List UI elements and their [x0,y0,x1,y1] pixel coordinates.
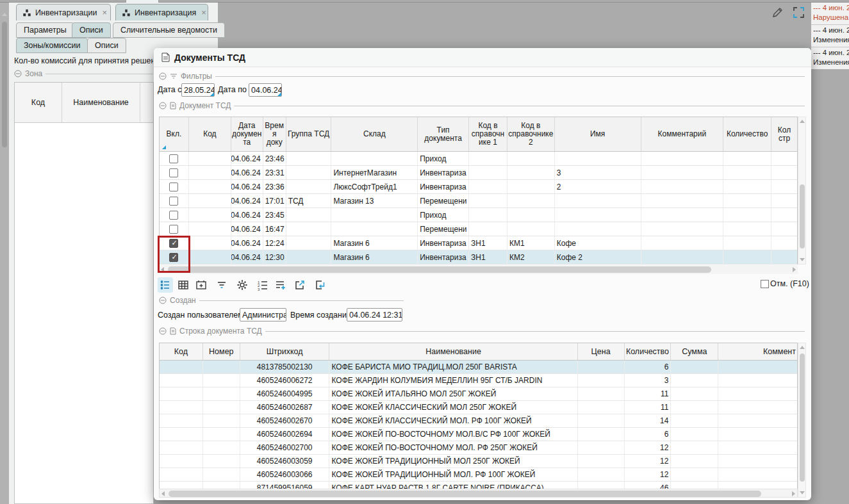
tab-inventarizaciya[interactable]: Инвентаризация × [115,4,208,20]
line-table-hscrollbar[interactable] [159,489,798,498]
line-table-row[interactable]: 4605246002700 КОФЕ ЖОКЕЙ ПО-ВОСТОЧНОМУ М… [160,441,797,455]
col-shtrihkod[interactable]: Штрихкод [240,343,330,360]
created-at-input[interactable]: 04.06.24 12:31 [347,308,402,321]
date-to-input[interactable]: 04.06.24 [249,83,282,97]
log-entry[interactable]: --- 4 июн. 2 Нарушена у [811,3,849,25]
dialog-titlebar[interactable]: Документы ТСД [154,48,811,67]
doc-table-row[interactable]: 04.06.24 12:30 Магазин 6 Инвентариза ЗН1… [160,250,797,264]
doc-table-row[interactable]: 04.06.24 23:46 Приход [160,152,797,166]
created-by-input[interactable]: Администра [240,308,286,321]
col-data-dokumenta[interactable]: Дата документа [231,117,263,151]
col-gruppa-tsd[interactable]: Группа ТСД [286,117,332,151]
filter-icon[interactable] [214,277,229,293]
collapse-minus-icon[interactable] [159,327,167,335]
col-naimenovanie[interactable]: Наименование [329,343,577,360]
open-external-icon[interactable] [292,277,308,293]
col-imya[interactable]: Имя [555,117,641,151]
date-from-input[interactable]: 28.05.24 [181,83,215,97]
tab-zony-komissii[interactable]: Зоны/комиссии [16,38,88,53]
scrollbar-thumb[interactable] [169,491,761,497]
line-table-row[interactable]: 4605246004995 КОФЕ ЖОКЕЙ ИТАЛЬЯНО МОЛ 25… [160,387,797,401]
numbered-list-icon[interactable]: 123 [255,277,270,293]
close-icon[interactable]: × [103,8,108,17]
col-kol-strok[interactable]: Кол стр [771,117,797,151]
col-kommentarij[interactable]: Комментарий [641,117,724,151]
tab-slichitelnye-vedomosti[interactable]: Сличительные ведомости [113,22,225,38]
col-komment[interactable]: Коммент [718,343,797,360]
zone-col-naimenovanie[interactable]: Наименование [62,83,140,122]
line-table-row[interactable]: 4605246002670 КОФЕ ЖОКЕЙ КЛАССИЧЕСКИЙ МО… [160,414,797,428]
row-checkbox[interactable] [169,197,178,206]
line-table-row[interactable]: 4605246003059 КОФЕ ЖОКЕЙ ТРАДИЦИОННЫЙ МО… [160,455,797,468]
line-table-row[interactable]: 4605246002694 КОФЕ ЖОКЕЙ ПО-ВОСТОЧНОМУ М… [160,428,797,441]
pencil-icon[interactable] [771,6,784,19]
zone-col-kod[interactable]: Код [15,83,62,122]
log-entry[interactable]: --- 4 июн. 2 Изменения [811,47,849,69]
col-kod[interactable]: Код [189,117,231,151]
scroll-down-arrow-icon[interactable] [800,258,805,261]
tab-parametry[interactable]: Параметры [16,22,74,38]
tab-inventarizacii[interactable]: Инвентаризации × [16,4,111,20]
col-vremya-dokumenta[interactable]: Время доку [263,117,286,151]
reload-icon[interactable] [313,277,328,293]
row-checkbox[interactable] [169,154,178,163]
scrollbar-thumb[interactable] [168,266,711,273]
collapse-minus-icon[interactable] [159,102,167,110]
close-icon[interactable]: × [201,8,206,17]
scroll-up-arrow-icon[interactable] [2,13,7,16]
doc-table-row[interactable]: 04.06.24 12:24 Магазин 6 Инвентариза ЗН1… [160,236,797,250]
grid-view-icon[interactable] [176,277,191,293]
add-row-icon[interactable] [273,277,288,293]
line-table-row[interactable]: 4813785002130 КОФЕ БАРИСТА МИО ТРАДИЦ.МО… [160,361,797,374]
col-kod[interactable]: Код [160,343,203,360]
line-table-vscrollbar[interactable] [798,343,806,498]
tab-opisi-2[interactable]: Описи [87,38,126,53]
doc-table-row[interactable]: 04.06.24 23:36 ЛюксСофтТрейд1 Инвентариз… [160,180,797,194]
cell-tip: Приход [418,152,469,165]
line-table-row[interactable]: 4605246006272 КОФЕ ЖАРДИН КОЛУМБИЯ МЕДЕЛ… [160,374,797,387]
calendar-add-icon[interactable] [194,277,209,293]
col-kod-spravochnik-1[interactable]: Код в справочнике 1 [469,117,507,151]
col-nomer[interactable]: Номер [203,343,240,360]
collapse-minus-icon[interactable] [159,72,167,80]
row-checkbox[interactable] [169,168,178,177]
doc-table-row[interactable]: 04.06.24 16:47 Перемещени [160,222,797,236]
scroll-up-arrow-icon[interactable] [800,346,805,349]
col-vkl[interactable]: Вкл. [160,117,189,151]
log-entry[interactable]: --- 4 июн. 2 Изменения [811,25,849,47]
tab-opisi[interactable]: Описи [72,22,111,38]
list-view-icon[interactable] [158,277,173,293]
doc-table-vscrollbar[interactable] [798,117,806,264]
doc-table-row[interactable]: 04.06.24 23:31 ИнтернетМагазин Инвентари… [160,166,797,180]
col-kolichestvo[interactable]: Количество [625,343,672,360]
window-vertical-scrollbar[interactable] [0,3,9,504]
row-checkbox[interactable] [169,183,178,191]
mark-f10-checkbox[interactable] [761,280,769,288]
line-table-row[interactable]: 4605246002687 КОФЕ ЖОКЕЙ КЛАССИЧЕСКИЙ МО… [160,401,797,414]
scroll-up-arrow-icon[interactable] [800,120,805,123]
scrollbar-thumb[interactable] [800,354,805,482]
doc-table-row[interactable]: 04.06.24 17:01 ТСД Магазин 13 Перемещени [160,194,797,208]
scrollbar-thumb[interactable] [2,22,7,147]
row-checkbox[interactable] [169,225,178,234]
col-summa[interactable]: Сумма [671,343,718,360]
collapse-minus-icon[interactable] [159,297,167,304]
collapse-minus-icon[interactable] [14,70,22,77]
gear-icon[interactable] [235,277,250,293]
col-cena[interactable]: Цена [578,343,625,360]
expand-icon[interactable] [792,6,805,19]
scroll-right-arrow-icon[interactable] [792,491,795,496]
col-kod-spravochnik-2[interactable]: Код в справочнике 2 [507,117,555,151]
line-table-row[interactable]: 8714599516059 КОФЕ КАРТ НУАР РАСТВ 1.8Г … [160,482,797,489]
scroll-left-arrow-icon[interactable] [161,491,165,496]
col-kolichestvo[interactable]: Количество [723,117,771,151]
scrollbar-thumb[interactable] [800,184,805,248]
col-sklad[interactable]: Склад [331,117,418,151]
scroll-right-arrow-icon[interactable] [793,267,796,272]
line-table-row[interactable]: 4605246003066 КОФЕ ЖОКЕЙ ТРАДИЦИОННЫЙ МО… [160,468,797,482]
doc-table-row[interactable]: 04.06.24 23:45 Приход [160,208,797,222]
col-tip-dokumenta[interactable]: Тип документа [418,117,469,151]
scroll-down-arrow-icon[interactable] [800,491,805,494]
row-checkbox[interactable] [169,211,178,220]
doc-table-hscrollbar[interactable] [159,265,798,274]
